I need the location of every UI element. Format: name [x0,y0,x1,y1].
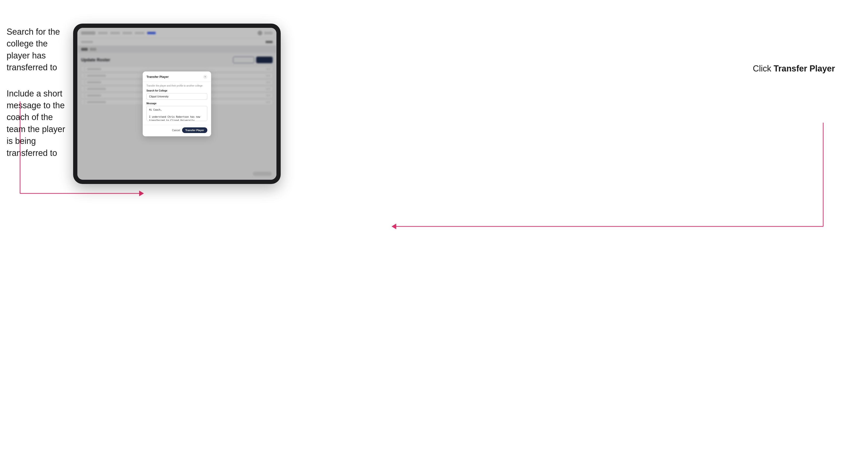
annotation-message-text: Include a short message to the coach of … [7,89,65,158]
search-for-college-label: Search for College [147,89,207,92]
annotation-search-text: Search for the college the player has tr… [7,27,60,72]
close-icon: × [205,75,206,78]
left-annotation: Search for the college the player has tr… [7,26,73,159]
message-textarea[interactable]: Hi Coach, I understand Chris Robertson h… [147,106,207,121]
transfer-player-button[interactable]: Transfer Player [182,127,208,133]
annotation-transfer-player-text: Transfer Player [774,64,835,73]
svg-marker-3 [139,191,144,196]
transfer-player-modal: Transfer Player × Transfer the player an… [143,71,211,136]
modal-footer: Cancel Transfer Player [143,125,211,136]
modal-title: Transfer Player [147,75,168,79]
annotation-click-text: Click [753,64,774,73]
search-college-input[interactable] [147,93,207,100]
tablet-frame: Update Roster [73,24,281,184]
right-annotation: Click Transfer Player [753,64,835,73]
modal-close-button[interactable]: × [203,75,207,79]
svg-marker-8 [392,224,396,229]
tablet-screen: Update Roster [78,28,276,180]
message-label: Message [147,102,207,105]
modal-subtitle: Transfer the player and their profile to… [147,85,207,87]
cancel-button[interactable]: Cancel [172,129,180,132]
modal-overlay: Transfer Player × Transfer the player an… [78,28,276,180]
modal-header: Transfer Player × [143,71,211,82]
modal-body: Transfer the player and their profile to… [143,82,211,125]
